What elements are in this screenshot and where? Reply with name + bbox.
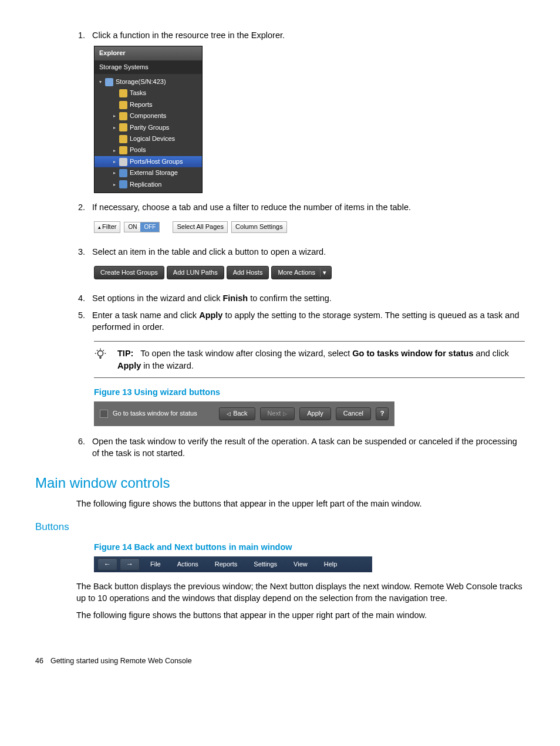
tree-item-replication[interactable]: ▸ Replication: [95, 179, 202, 190]
external-storage-icon: [119, 169, 127, 177]
tree-item-tasks[interactable]: Tasks: [95, 87, 202, 99]
add-hosts-button[interactable]: Add Hosts: [227, 266, 269, 279]
reports-icon: [119, 101, 127, 109]
figure-14-caption: Figure 14 Back and Next buttons in main …: [94, 541, 525, 553]
wizard-back-button[interactable]: ◁Back: [219, 407, 255, 420]
explorer-panel: Explorer Storage Systems ▾ Storage(S/N:4…: [94, 46, 203, 193]
menu-file[interactable]: File: [142, 559, 169, 570]
menu-reports[interactable]: Reports: [207, 559, 246, 570]
tip-block: TIP: To open the task window after closi…: [94, 341, 525, 378]
tree-label: Parity Groups: [130, 123, 169, 132]
wizard-apply-button[interactable]: Apply: [299, 407, 331, 420]
tip-post: in the wizard.: [141, 361, 193, 370]
select-all-pages-button[interactable]: Select All Pages: [173, 221, 228, 232]
tree-item-parity-groups[interactable]: ▸ Parity Groups: [95, 122, 202, 133]
controls-intro: The following figure shows the buttons t…: [76, 498, 525, 509]
caret-down-icon: ▾: [98, 79, 103, 85]
dropdown-arrow-icon: ▾: [320, 268, 329, 277]
step-1-num: 1.: [68, 29, 85, 41]
step-5-pre: Enter a task name and click: [92, 310, 199, 320]
tip-pre: To open the task window after closing th…: [140, 349, 352, 358]
tree-label: Components: [130, 112, 166, 120]
toggle-off[interactable]: OFF: [140, 222, 159, 232]
tip-bold-1: Go to tasks window for status: [352, 349, 473, 358]
tree-item-components[interactable]: ▸ Components: [95, 110, 202, 121]
main-window-menu-bar: ← → File Actions Reports Settings View H…: [94, 556, 372, 572]
tree-item-pools[interactable]: ▸ Pools: [95, 144, 202, 156]
tree-label: Replication: [130, 180, 161, 189]
step-4-num: 4.: [68, 292, 85, 304]
step-2-num: 2.: [68, 201, 85, 213]
step-6-num: 6.: [68, 436, 85, 460]
tasks-icon: [119, 89, 127, 97]
filter-toggle[interactable]: ON OFF: [124, 222, 160, 232]
create-host-groups-button[interactable]: Create Host Groups: [94, 266, 164, 279]
tree-label: Reports: [130, 100, 153, 109]
menu-actions[interactable]: Actions: [169, 559, 207, 570]
logical-devices-icon: [119, 135, 127, 143]
caret-right-icon: ▸: [112, 170, 117, 176]
triangle-right-icon: ▷: [283, 410, 287, 418]
section-heading-main-window-controls: Main window controls: [35, 473, 525, 493]
nav-next-button[interactable]: →: [120, 558, 140, 571]
tip-bold-2: Apply: [117, 361, 141, 370]
step-5-text: Enter a task name and click Apply to app…: [92, 309, 525, 333]
go-to-tasks-checkbox[interactable]: [100, 410, 108, 418]
filter-button[interactable]: ▴Filter: [94, 221, 120, 232]
wizard-next-button[interactable]: Next▷: [260, 407, 295, 420]
step-4-bold: Finish: [222, 293, 248, 303]
more-actions-button[interactable]: More Actions ▾: [271, 266, 332, 279]
tree-label: Tasks: [130, 89, 146, 97]
menu-settings[interactable]: Settings: [245, 559, 285, 570]
filter-bar: ▴Filter ON OFF Select All Pages Column S…: [94, 221, 287, 232]
step-4: 4. Set options in the wizard and click F…: [68, 292, 525, 304]
parity-groups-icon: [119, 123, 127, 131]
step-3-text: Select an item in the table and click a …: [92, 246, 525, 258]
action-bar: Create Host Groups Add LUN Paths Add Hos…: [94, 266, 332, 279]
menu-help[interactable]: Help: [316, 559, 346, 570]
wizard-help-button[interactable]: ?: [376, 407, 389, 420]
components-icon: [119, 112, 127, 120]
step-3: 3. Select an item in the table and click…: [68, 246, 525, 258]
triangle-left-icon: ◁: [227, 410, 231, 418]
step-4-post: to confirm the setting.: [248, 293, 332, 303]
page-footer: 46 Getting started using Remote Web Cons…: [35, 656, 525, 667]
column-settings-button[interactable]: Column Settings: [231, 221, 287, 232]
nav-back-button[interactable]: ←: [97, 558, 117, 571]
step-4-text: Set options in the wizard and click Fini…: [92, 292, 525, 304]
go-to-tasks-label: Go to tasks window for status: [113, 409, 197, 418]
step-4-pre: Set options in the wizard and click: [92, 293, 222, 303]
svg-point-0: [97, 351, 103, 356]
tree-label: Pools: [130, 146, 146, 154]
tree-root[interactable]: ▾ Storage(S/N:423): [95, 76, 202, 87]
step-2-text: If necessary, choose a tab and use a fil…: [92, 201, 525, 213]
tree-item-logical-devices[interactable]: Logical Devices: [95, 133, 202, 144]
tip-text: TIP: To open the task window after closi…: [117, 347, 525, 372]
wizard-next-label: Next: [268, 409, 281, 418]
tree-item-external-storage[interactable]: ▸ External Storage: [95, 167, 202, 178]
wizard-cancel-button[interactable]: Cancel: [336, 407, 371, 420]
figure-13-caption: Figure 13 Using wizard buttons: [94, 386, 525, 398]
wizard-button-bar: Go to tasks window for status ◁Back Next…: [94, 401, 394, 426]
tree-label: External Storage: [130, 168, 178, 177]
buttons-paragraph-2: The following figure shows the buttons t…: [76, 609, 525, 621]
toggle-on[interactable]: ON: [124, 222, 140, 232]
replication-icon: [119, 180, 127, 188]
step-6-text: Open the task window to verify the resul…: [92, 436, 525, 460]
step-6: 6. Open the task window to verify the re…: [68, 436, 525, 460]
step-1: 1. Click a function in the resource tree…: [68, 29, 525, 41]
filter-label: Filter: [102, 223, 116, 230]
page-number: 46: [35, 656, 43, 667]
caret-right-icon: ▸: [112, 124, 117, 131]
step-5: 5. Enter a task name and click Apply to …: [68, 309, 525, 333]
tree-item-reports[interactable]: Reports: [95, 99, 202, 110]
lightbulb-icon: [94, 347, 107, 372]
add-lun-paths-button[interactable]: Add LUN Paths: [167, 266, 224, 279]
svg-line-5: [103, 350, 104, 351]
menu-view[interactable]: View: [285, 559, 316, 570]
section-heading-buttons: Buttons: [35, 520, 525, 534]
tree-item-ports-host-groups[interactable]: ▸ Ports/Host Groups: [95, 156, 202, 167]
caret-right-icon: ▸: [112, 158, 117, 165]
step-1-text: Click a function in the resource tree in…: [92, 29, 525, 41]
double-up-arrow-icon: ▴: [98, 224, 101, 230]
